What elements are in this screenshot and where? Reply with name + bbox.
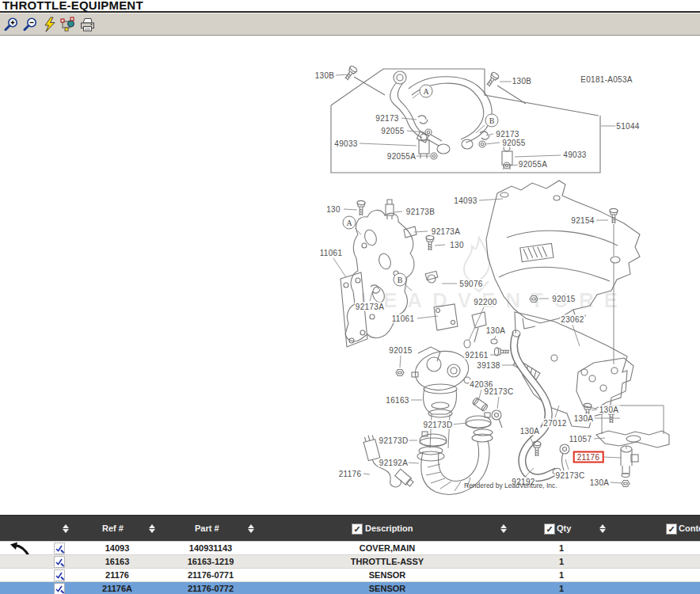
part-callout-21176[interactable]: 21176 <box>573 451 604 463</box>
part-callout-E0181-A053A[interactable]: E0181-A053A <box>580 75 633 84</box>
part-callout-92173[interactable]: 92173 <box>375 114 399 123</box>
part-callout-92173C[interactable]: 92173C <box>555 471 586 480</box>
magnifier-minus-icon <box>23 17 39 32</box>
cell-part: 21176-0771 <box>188 569 234 582</box>
cell-description: SENSOR <box>369 569 405 582</box>
part-callout-16163[interactable]: 16163 <box>385 396 409 405</box>
part-callout-92055A[interactable]: 92055A <box>386 152 417 161</box>
table-row[interactable]: 16163 16163-1219 THROTTLE-ASSY 1 <box>0 554 700 569</box>
magnifier-plus-icon <box>4 17 20 32</box>
sort-description-icon[interactable] <box>500 524 507 533</box>
part-callout-92200[interactable]: 92200 <box>473 298 497 307</box>
cell-description: SENSOR <box>369 582 405 594</box>
zoom-out-button[interactable] <box>22 16 39 32</box>
part-callout-21176[interactable]: 21176 <box>338 470 363 478</box>
edit-part-icon[interactable] <box>54 569 65 581</box>
table-row[interactable]: 14093 140931143 COVER,MAIN 1 <box>0 541 700 555</box>
column-ref-label: Ref # <box>102 524 124 533</box>
part-callout-92055[interactable]: 92055 <box>501 139 526 147</box>
edit-part-icon[interactable] <box>54 543 65 554</box>
part-callout-130[interactable]: 130 <box>449 241 465 249</box>
part-callout-92055A[interactable]: 92055A <box>518 160 548 169</box>
column-part-label: Part # <box>195 524 219 533</box>
render-credit: Rendered by LeadVenture, Inc. <box>464 482 557 489</box>
part-callout-49033[interactable]: 49033 <box>562 150 587 159</box>
column-contents-label: Conte <box>679 524 700 533</box>
cell-qty: 1 <box>559 555 564 569</box>
part-callout-92173D[interactable]: 92173D <box>423 421 454 429</box>
part-callout-92173A[interactable]: 92173A <box>431 227 461 236</box>
part-callout-11061[interactable]: 11061 <box>319 249 344 257</box>
cell-ref: 21176A <box>102 582 132 594</box>
qty-checkbox[interactable]: ✓ <box>544 524 555 535</box>
part-callout-130[interactable]: 130 <box>325 205 341 214</box>
part-callout-11061[interactable]: 11061 <box>391 314 416 323</box>
part-callout-11057[interactable]: 11057 <box>569 435 593 444</box>
cell-ref: 14093 <box>105 542 130 555</box>
cell-part: 21176-0772 <box>188 582 234 594</box>
print-button[interactable] <box>79 16 96 32</box>
part-callout-layer: 130B130BE0181-A053A92173920554903392055A… <box>0 0 700 594</box>
highlight-parts-button[interactable] <box>60 16 77 32</box>
flash-view-button[interactable] <box>41 16 58 32</box>
parts-fiche-window: THROTTLE-EQUIPMENT <box>0 0 700 594</box>
part-callout-39138[interactable]: 39138 <box>476 361 500 370</box>
ref-bubble-A: A <box>420 85 433 98</box>
part-callout-92161[interactable]: 92161 <box>464 351 489 360</box>
part-callout-92154[interactable]: 92154 <box>570 216 595 225</box>
part-callout-23062[interactable]: 23062 <box>560 315 584 324</box>
part-callout-92173D[interactable]: 92173D <box>379 436 409 445</box>
ref-bubble-A: A <box>343 216 356 230</box>
part-callout-130B[interactable]: 130B <box>314 71 336 80</box>
cell-ref: 16163 <box>105 555 130 569</box>
part-callout-130A[interactable]: 130A <box>599 406 620 414</box>
cell-part: 140931143 <box>189 542 232 555</box>
part-callout-92055[interactable]: 92055 <box>380 127 405 135</box>
description-checkbox[interactable]: ✓ <box>352 524 363 535</box>
diagram-toolbar <box>0 13 700 36</box>
part-callout-59076[interactable]: 59076 <box>458 280 483 288</box>
part-callout-27012[interactable]: 27012 <box>542 419 567 428</box>
cell-qty: 1 <box>559 542 564 555</box>
part-callout-51044[interactable]: 51044 <box>615 122 640 131</box>
edit-part-icon[interactable] <box>54 556 65 568</box>
cell-part: 16163-1219 <box>188 555 234 569</box>
part-callout-130A[interactable]: 130A <box>573 414 595 423</box>
part-callout-92015[interactable]: 92015 <box>388 346 413 355</box>
part-callout-92173C[interactable]: 92173C <box>484 387 515 396</box>
cell-description: THROTTLE-ASSY <box>351 555 424 569</box>
edit-part-icon[interactable] <box>54 583 65 594</box>
column-description-label: Description <box>365 524 413 533</box>
highlight-parts-icon <box>60 17 77 32</box>
printer-icon <box>79 17 96 32</box>
part-callout-14093[interactable]: 14093 <box>453 196 477 205</box>
cell-ref: 21176 <box>105 569 129 582</box>
part-callout-92173A[interactable]: 92173A <box>355 303 385 311</box>
parts-table-header: Ref # Part # ✓ Description ✓ Qty ✓ Conte <box>0 515 700 542</box>
cell-qty: 1 <box>559 569 564 582</box>
sort-icon[interactable] <box>63 524 69 533</box>
part-callout-130A[interactable]: 130A <box>589 478 611 487</box>
part-callout-130B[interactable]: 130B <box>512 77 533 86</box>
table-row[interactable]: 21176 21176-0771 SENSOR 1 <box>0 568 700 582</box>
parts-table: Ref # Part # ✓ Description ✓ Qty ✓ Conte <box>0 515 700 594</box>
part-callout-92192A[interactable]: 92192A <box>379 459 409 467</box>
column-qty-label: Qty <box>557 524 571 533</box>
contents-checkbox[interactable]: ✓ <box>666 524 677 535</box>
sort-part-icon[interactable] <box>248 524 254 533</box>
ref-bubble-B: B <box>394 273 407 287</box>
part-callout-130A[interactable]: 130A <box>519 427 541 436</box>
part-callout-92015[interactable]: 92015 <box>551 295 576 303</box>
lightning-icon <box>43 17 57 32</box>
page-title-bar: THROTTLE-EQUIPMENT <box>0 0 700 13</box>
part-callout-92173B[interactable]: 92173B <box>405 208 436 216</box>
sort-ref-icon[interactable] <box>149 524 155 533</box>
sort-qty-icon[interactable] <box>599 524 606 533</box>
zoom-in-button[interactable] <box>3 16 20 32</box>
part-callout-130A[interactable]: 130A <box>485 326 507 335</box>
table-row-selected[interactable]: 21176A 21176-0772 SENSOR 1 <box>0 581 700 594</box>
ref-bubble-B: B <box>485 114 499 128</box>
part-callout-49033[interactable]: 49033 <box>333 139 358 148</box>
cell-qty: 1 <box>559 582 564 594</box>
part-callout-92173[interactable]: 92173 <box>495 130 519 139</box>
